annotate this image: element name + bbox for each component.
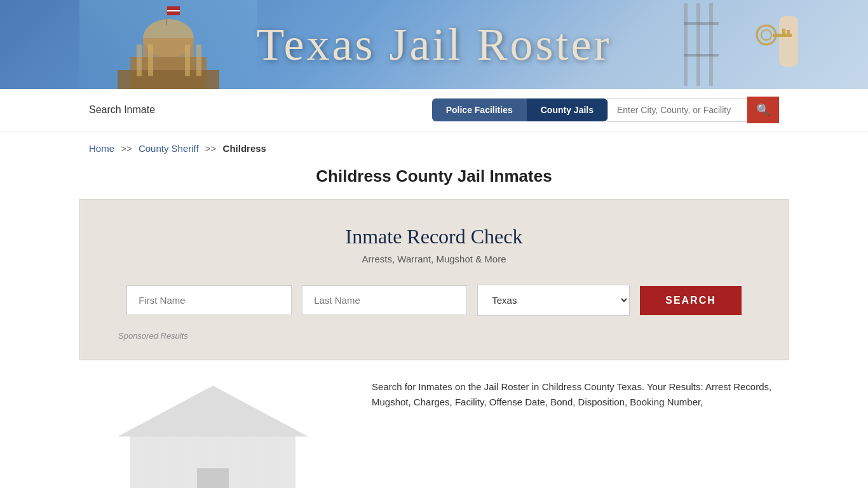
svg-rect-32 (197, 468, 229, 488)
svg-rect-30 (270, 437, 281, 488)
svg-rect-5 (137, 44, 142, 76)
site-title: Texas Jail Roster (257, 18, 612, 71)
svg-rect-12 (779, 16, 798, 67)
record-check-title: Inmate Record Check (118, 225, 750, 248)
state-select[interactable]: AlabamaAlaskaArizonaArkansasCaliforniaCo… (477, 285, 630, 316)
building-image (79, 379, 346, 488)
svg-rect-9 (166, 6, 167, 25)
svg-rect-8 (196, 44, 201, 76)
svg-rect-22 (684, 54, 719, 57)
breadcrumb-sep1: >> (121, 143, 132, 154)
svg-rect-16 (782, 29, 785, 34)
svg-rect-25 (143, 437, 154, 488)
svg-rect-20 (709, 3, 713, 86)
svg-rect-17 (787, 30, 790, 34)
breadcrumb-county-sheriff[interactable]: County Sheriff (139, 143, 199, 154)
record-check-form: AlabamaAlaskaArizonaArkansasCaliforniaCo… (118, 285, 750, 316)
svg-rect-21 (684, 22, 719, 25)
breadcrumb-current: Childress (223, 143, 266, 154)
police-facilities-button[interactable]: Police Facilities (432, 98, 527, 121)
svg-point-14 (761, 30, 771, 40)
bottom-description: Search for Inmates on the Jail Roster in… (372, 379, 789, 488)
facility-search-input[interactable] (607, 98, 747, 122)
keys-icon (684, 3, 811, 86)
svg-rect-4 (118, 70, 219, 89)
breadcrumb-sep2: >> (205, 143, 217, 154)
page-title: Childress County Jail Inmates (0, 166, 868, 186)
search-inmate-label: Search Inmate (89, 104, 155, 116)
svg-rect-6 (148, 44, 153, 76)
county-jails-button[interactable]: County Jails (527, 98, 607, 121)
breadcrumb-home[interactable]: Home (89, 143, 114, 154)
search-icon: 🔍 (756, 103, 770, 117)
svg-marker-23 (118, 386, 308, 437)
svg-rect-26 (168, 437, 180, 488)
bottom-section: Search for Inmates on the Jail Roster in… (0, 360, 868, 488)
header-banner: Texas Jail Roster (0, 0, 868, 89)
record-check-subtitle: Arrests, Warrant, Mugshot & More (118, 254, 750, 264)
capitol-building-icon (79, 0, 257, 89)
svg-rect-15 (773, 34, 792, 37)
nav-controls: Police Facilities County Jails 🔍 (432, 97, 779, 123)
facility-search-button[interactable]: 🔍 (747, 97, 779, 123)
nav-bar: Search Inmate Police Facilities County J… (0, 89, 868, 132)
sponsored-results-label: Sponsored Results (118, 331, 750, 341)
first-name-input[interactable] (126, 285, 292, 315)
svg-rect-19 (696, 3, 700, 86)
record-search-button[interactable]: SEARCH (640, 286, 742, 315)
svg-rect-18 (684, 3, 688, 86)
courthouse-building-icon (86, 379, 340, 488)
last-name-input[interactable] (302, 285, 467, 315)
record-check-box: Inmate Record Check Arrests, Warrant, Mu… (79, 199, 789, 360)
svg-rect-29 (245, 437, 256, 488)
breadcrumb: Home >> County Sheriff >> Childress (0, 132, 868, 160)
svg-rect-7 (185, 44, 190, 76)
